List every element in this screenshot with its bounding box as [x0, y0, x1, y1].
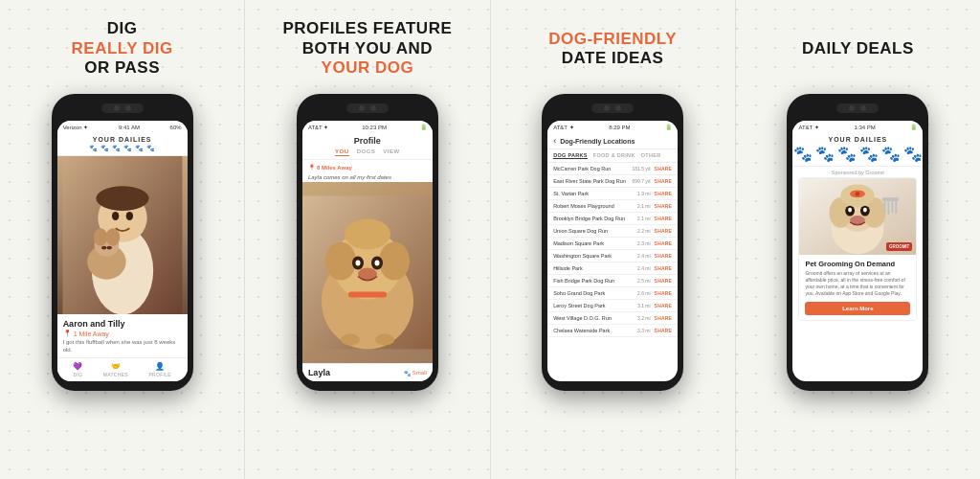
ad-title: Pet Grooming On Demand — [805, 260, 910, 268]
svg-point-25 — [375, 334, 394, 346]
panel-2-header: PROFILES FEATURE BOTH YOU AND YOUR DOG — [283, 15, 453, 82]
nav-item-dig[interactable]: 💜 DIG — [73, 362, 82, 377]
svg-point-16 — [379, 242, 410, 281]
filter-food-drink[interactable]: FOOD & DRINK — [593, 152, 635, 159]
phone-1-user-name: Aaron and Tilly — [63, 319, 182, 329]
location-row: Soho Grand Dog Park 2.6 mi SHARE — [547, 287, 678, 300]
phone-3: AT&T ✦ 8:29 PM 🔋 ‹ Dog-Friendly Location… — [542, 94, 683, 391]
location-share-3[interactable]: SHARE — [655, 203, 673, 209]
paw-4-icon-4: 🐾 — [859, 145, 879, 163]
phone-2-location: 📍 8 Miles Away — [302, 160, 433, 172]
location-name-12: West Village D.O.G. Run — [553, 315, 637, 321]
paw-icon-6: 🐾 — [146, 145, 155, 152]
profile-icon: 👤 — [155, 362, 165, 371]
panel-3-header: DOG-FRIENDLY DATE IDEAS — [548, 15, 677, 82]
location-share-12[interactable]: SHARE — [655, 315, 673, 321]
location-share-11[interactable]: SHARE — [655, 303, 673, 308]
phone-2-time: 10:23 PM — [362, 125, 387, 130]
location-row: East River State Park Dog Run 699.7 yd S… — [547, 175, 678, 188]
filter-dog-parks[interactable]: DOG PARKS — [553, 152, 588, 159]
svg-point-10 — [101, 246, 107, 250]
location-share-10[interactable]: SHARE — [655, 290, 673, 296]
paw-icon-3: 🐾 — [112, 145, 121, 152]
nav-item-profile[interactable]: 👤 PROFILE — [148, 362, 171, 377]
phone-1-camera — [101, 103, 144, 113]
location-share-1[interactable]: SHARE — [655, 178, 673, 184]
location-row: Leroy Street Dog Park 3.1 mi SHARE — [547, 300, 678, 312]
phone-1-status-bar: Verizon ✦ 9:41 AM 60% — [57, 121, 188, 132]
phone-4-paw-icons: 🐾 🐾 🐾 🐾 🐾 🐾 — [798, 145, 917, 163]
phone-2-camera — [346, 103, 389, 113]
panel-date-ideas: DOG-FRIENDLY DATE IDEAS AT&T ✦ 8:29 PM 🔋… — [491, 0, 736, 479]
svg-point-24 — [341, 334, 360, 346]
panel-4-title-text: DAILY DEALS — [802, 39, 914, 57]
panel-2-title-line3: YOUR DOG — [322, 58, 414, 77]
tab-view[interactable]: VIEW — [383, 148, 399, 156]
svg-rect-40 — [884, 201, 886, 213]
location-share-7[interactable]: SHARE — [655, 253, 673, 259]
phone-2-tagline: Layla comes on all my first dates — [302, 172, 433, 182]
location-icon-2: 📍 — [308, 164, 315, 171]
phone-3-status-bar: AT&T ✦ 8:29 PM 🔋 — [547, 121, 678, 132]
phone-1-carrier: Verizon ✦ — [63, 124, 89, 130]
svg-rect-43 — [896, 201, 898, 214]
location-dist-13: 3.3 mi — [637, 328, 651, 333]
svg-point-8 — [93, 228, 107, 245]
svg-point-36 — [849, 208, 853, 213]
location-share-0[interactable]: SHARE — [655, 166, 673, 171]
location-share-5[interactable]: SHARE — [655, 228, 673, 234]
back-button[interactable]: ‹ — [553, 136, 556, 146]
nav-item-matches[interactable]: 🤝 MATCHES — [103, 362, 128, 377]
location-share-13[interactable]: SHARE — [655, 328, 673, 333]
location-dist-12: 3.2 mi — [637, 315, 651, 321]
paw-4-icon-2: 🐾 — [815, 145, 835, 163]
phone-2-header-title: Profile — [308, 136, 427, 146]
phone-2-status-bar: AT&T ✦ 10:23 PM 🔋 — [302, 121, 433, 132]
ad-card: GROOMIT Pet Grooming On Demand Groomit o… — [798, 177, 917, 321]
photo-svg — [57, 156, 188, 314]
phone-1-header-title: YOUR DAILIES — [63, 136, 182, 143]
location-dist-9: 2.5 mi — [637, 278, 651, 284]
location-row: West Village D.O.G. Run 3.2 mi SHARE — [547, 312, 678, 325]
phone-1-dot-right — [125, 105, 131, 111]
location-name-8: Hillside Park — [553, 265, 637, 271]
phone-4-screen: AT&T ✦ 1:34 PM 🔋 YOUR DAILIES 🐾 🐾 🐾 🐾 🐾 … — [792, 121, 923, 381]
location-row: Chelsea Waterside Park 3.3 mi SHARE — [547, 325, 678, 337]
svg-rect-41 — [888, 201, 890, 215]
svg-point-21 — [374, 261, 379, 266]
paw-icon-4: 🐾 — [123, 145, 132, 152]
location-share-8[interactable]: SHARE — [655, 265, 673, 271]
panel-3-title: DOG-FRIENDLY DATE IDEAS — [548, 30, 677, 69]
panel-profiles: PROFILES FEATURE BOTH YOU AND YOUR DOG A… — [245, 0, 490, 479]
location-share-4[interactable]: SHARE — [655, 216, 673, 221]
phone-3-camera — [591, 103, 634, 113]
svg-rect-23 — [348, 292, 387, 298]
tab-dogs[interactable]: DOGS — [357, 148, 376, 156]
phone-4-status-bar: AT&T ✦ 1:34 PM 🔋 — [792, 121, 923, 132]
phone-3-battery: 🔋 — [665, 124, 672, 130]
filter-other[interactable]: OTHER — [641, 152, 661, 159]
panel-4-header: DAILY DEALS — [802, 15, 914, 82]
panel-dig-or-pass: DIG REALLY DIG OR PASS Verizon ✦ 9:41 AM… — [0, 0, 245, 479]
phone-2-dog-size: 🐾 Small — [404, 370, 427, 376]
paw-icon-1: 🐾 — [89, 145, 98, 152]
panel-2-title-line2: BOTH YOU AND — [302, 39, 433, 57]
phone-4-app-header: YOUR DAILIES 🐾 🐾 🐾 🐾 🐾 🐾 — [792, 132, 923, 167]
svg-point-15 — [325, 242, 356, 281]
paw-icon-5: 🐾 — [135, 145, 144, 152]
location-dist-11: 3.1 mi — [637, 303, 651, 308]
ad-body: Pet Grooming On Demand Groomit offers an… — [799, 255, 916, 320]
location-share-2[interactable]: SHARE — [655, 191, 673, 196]
tab-you[interactable]: YOU — [335, 148, 349, 156]
location-row: Hillside Park 2.4 mi SHARE — [547, 262, 678, 275]
location-dist-5: 2.2 mi — [637, 228, 651, 234]
location-share-9[interactable]: SHARE — [655, 278, 673, 284]
panel-1-title-line3: OR PASS — [84, 58, 160, 77]
location-dist-0: 181.5 yd — [632, 166, 650, 171]
phone-1-location-text: 1 Mile Away — [74, 331, 109, 337]
phone-2-screen: AT&T ✦ 10:23 PM 🔋 Profile YOU DOGS VIEW … — [302, 121, 433, 381]
location-share-6[interactable]: SHARE — [655, 240, 673, 246]
phone-2-distance: 8 Miles Away — [317, 165, 352, 171]
learn-more-button[interactable]: Learn More — [805, 302, 910, 315]
location-row: St. Vartan Park 1.9 mi SHARE — [547, 188, 678, 200]
